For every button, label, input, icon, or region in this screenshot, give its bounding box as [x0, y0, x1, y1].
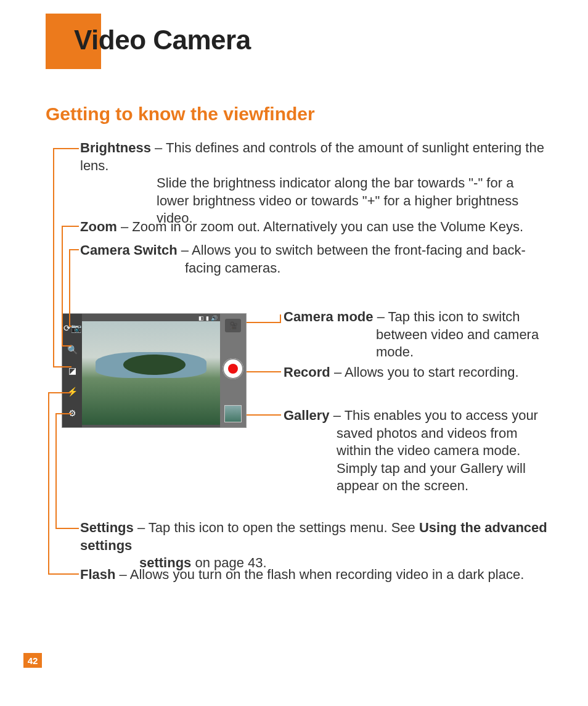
connector-line [55, 413, 71, 414]
callout-label: Camera mode [284, 309, 374, 324]
viewfinder-preview: ◧▮🔊 ⟳📷 🔍 ◪ ⚡ ⚙ 🎥 [62, 313, 247, 428]
connector-line [53, 148, 54, 366]
callout-label: Gallery [284, 408, 330, 423]
record-button[interactable] [223, 358, 243, 379]
callout-text: – Zoom in or zoom out. Alternatively you… [117, 219, 523, 234]
status-bar-icons: ◧▮🔊 [198, 315, 218, 321]
callout-text: – Allows you turn on the flash when reco… [115, 567, 524, 582]
section-heading: Getting to know the viewfinder [46, 104, 315, 125]
callout-zoom: Zoom – Zoom in or zoom out. Alternativel… [80, 218, 555, 236]
page-number: 42 [23, 653, 42, 668]
viewfinder-live-image [82, 321, 220, 425]
connector-line [247, 371, 281, 372]
connector-line [69, 326, 71, 327]
callout-camera-switch: Camera Switch – Allows you to switch bet… [80, 242, 555, 277]
callout-gallery: Gallery – This enables you to access you… [284, 407, 549, 495]
callout-label: Camera Switch [80, 242, 178, 258]
callout-text: – Tap this icon to open the settings men… [134, 520, 419, 535]
callout-brightness: Brightness – This defines and controls o… [80, 139, 549, 228]
connector-line [48, 392, 49, 573]
viewfinder-left-toolbar: ⟳📷 🔍 ◪ ⚡ ⚙ [62, 314, 82, 427]
record-icon [228, 364, 238, 374]
page-title: Video Camera [74, 25, 251, 55]
camera-mode-icon[interactable]: 🎥 [225, 319, 241, 332]
brightness-icon[interactable]: ◪ [68, 366, 76, 375]
callout-text: – Allows you to switch between the front… [178, 242, 526, 258]
callout-label: Zoom [80, 219, 117, 234]
connector-line [247, 322, 281, 323]
callout-flash: Flash – Allows you turn on the flash whe… [80, 566, 555, 584]
connector-line [53, 148, 79, 149]
viewfinder-right-toolbar: 🎥 [220, 314, 246, 427]
callout-record: Record – Allows you to start recording. [284, 364, 549, 382]
callout-camera-mode: Camera mode – Tap this icon to switch be… [284, 308, 549, 361]
connector-line [55, 413, 57, 528]
connector-line [69, 249, 70, 326]
gallery-icon[interactable] [224, 405, 242, 422]
callout-settings: Settings – Tap this icon to open the set… [80, 519, 555, 572]
callout-label: Brightness [80, 140, 151, 155]
connector-line [55, 528, 79, 529]
callout-label: Flash [80, 567, 115, 582]
connector-line [62, 226, 63, 345]
callout-label: Record [284, 364, 330, 380]
connector-line [62, 226, 79, 227]
connector-line [280, 314, 281, 322]
connector-line [48, 392, 71, 393]
connector-line [69, 249, 79, 250]
callout-text: – Allows you to start recording. [330, 364, 519, 380]
callout-label: Settings [80, 520, 134, 535]
connector-line [48, 573, 79, 575]
camera-switch-icon[interactable]: ⟳📷 [63, 324, 81, 332]
connector-line [247, 414, 281, 416]
connector-line [53, 366, 71, 367]
connector-line [62, 345, 71, 347]
